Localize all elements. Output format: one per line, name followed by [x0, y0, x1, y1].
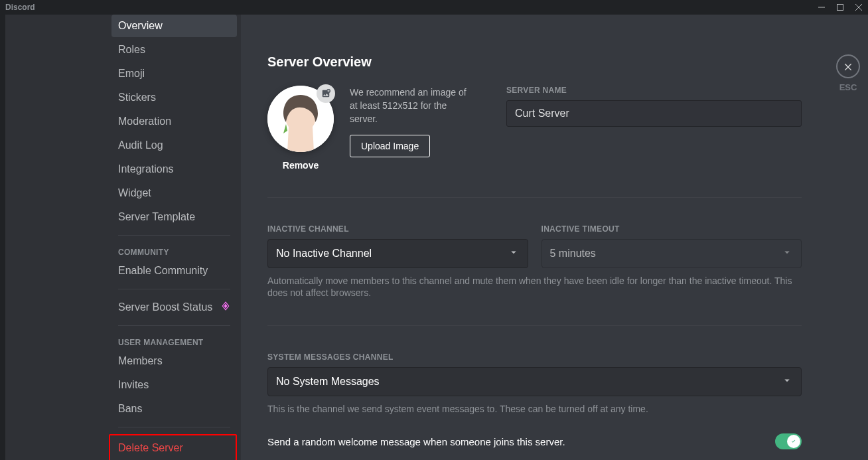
title-bar: Discord	[0, 0, 868, 15]
svg-rect-0	[837, 5, 843, 11]
server-name-input[interactable]	[506, 100, 802, 127]
esc-label: ESC	[839, 82, 857, 92]
sidebar-item-roles[interactable]: Roles	[111, 38, 237, 61]
settings-sidebar: Overview Roles Emoji Stickers Moderation…	[5, 15, 241, 460]
inactive-timeout-label: INACTIVE TIMEOUT	[542, 224, 802, 234]
system-channel-value: No System Messages	[276, 376, 380, 388]
welcome-toggle[interactable]	[775, 433, 802, 449]
server-avatar[interactable]	[267, 86, 334, 152]
avatar-help-text: We recommend an image of at least 512x51…	[350, 86, 476, 125]
page-title: Server Overview	[267, 54, 802, 70]
chevron-down-icon	[508, 246, 520, 261]
chevron-down-icon	[781, 246, 793, 261]
sidebar-divider	[118, 235, 230, 236]
system-channel-label: SYSTEM MESSAGES CHANNEL	[267, 352, 802, 362]
content-scroll: Server Overview	[241, 15, 828, 460]
inactive-help-text: Automatically move members to this chann…	[267, 275, 802, 299]
sidebar-item-widget[interactable]: Widget	[111, 182, 237, 204]
inactive-timeout-value: 5 minutes	[550, 248, 596, 260]
boost-gem-icon	[221, 301, 230, 314]
sidebar-item-members[interactable]: Members	[111, 350, 237, 372]
window-close-button[interactable]	[849, 0, 868, 15]
delete-server-highlight: Delete Server	[109, 434, 237, 460]
chevron-down-icon	[781, 374, 793, 389]
window-maximize-button[interactable]	[831, 0, 849, 15]
sidebar-item-bans[interactable]: Bans	[111, 398, 237, 420]
sidebar-header-community: COMMUNITY	[111, 242, 237, 260]
sidebar-item-stickers[interactable]: Stickers	[111, 86, 237, 109]
upload-avatar-icon[interactable]	[317, 84, 335, 103]
sidebar-item-emoji[interactable]: Emoji	[111, 62, 237, 85]
sidebar-item-moderation[interactable]: Moderation	[111, 110, 237, 133]
inactive-timeout-select[interactable]: 5 minutes	[542, 239, 802, 268]
close-settings-button[interactable]	[836, 54, 860, 78]
content-area: Server Overview	[241, 15, 868, 460]
sidebar-item-overview[interactable]: Overview	[111, 15, 237, 37]
sidebar-item-enable-community[interactable]: Enable Community	[111, 260, 237, 282]
system-help-text: This is the channel we send system event…	[267, 403, 802, 415]
sidebar-item-label: Server Boost Status	[118, 301, 212, 313]
left-gutter	[0, 15, 5, 460]
sidebar-item-integrations[interactable]: Integrations	[111, 158, 237, 181]
divider	[267, 197, 802, 198]
system-channel-select[interactable]: No System Messages	[267, 367, 802, 396]
inactive-channel-label: INACTIVE CHANNEL	[267, 224, 528, 234]
sidebar-item-server-template[interactable]: Server Template	[111, 206, 237, 228]
sidebar-item-invites[interactable]: Invites	[111, 374, 237, 396]
divider	[267, 325, 802, 326]
sidebar-divider	[118, 427, 230, 427]
window-controls	[812, 0, 868, 15]
upload-image-button[interactable]: Upload Image	[350, 135, 430, 157]
app-title: Discord	[5, 3, 35, 12]
sidebar-divider	[118, 325, 230, 326]
toggle-knob	[787, 435, 800, 448]
close-column: ESC	[828, 15, 868, 460]
inactive-channel-select[interactable]: No Inactive Channel	[267, 239, 528, 268]
sidebar-item-delete-server[interactable]: Delete Server	[111, 437, 234, 459]
window-minimize-button[interactable]	[812, 0, 831, 15]
sidebar-item-audit-log[interactable]: Audit Log	[111, 134, 237, 157]
sidebar-divider	[118, 289, 230, 289]
sidebar-item-server-boost-status[interactable]: Server Boost Status	[111, 296, 237, 319]
welcome-toggle-label: Send a random welcome message when someo…	[267, 436, 565, 447]
remove-avatar-button[interactable]: Remove	[283, 160, 319, 171]
sidebar-header-user-management: USER MANAGEMENT	[111, 333, 237, 350]
inactive-channel-value: No Inactive Channel	[276, 248, 372, 260]
server-name-label: SERVER NAME	[506, 86, 802, 95]
